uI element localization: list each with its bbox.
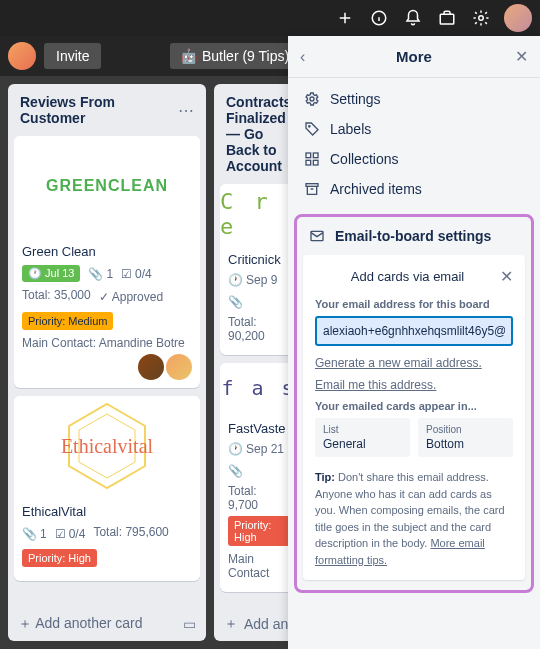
brand-logo: f a s [221, 376, 296, 400]
dest-value: General [323, 437, 402, 451]
card-green-clean[interactable]: GREENCLEAN Green Clean 🕐 Jul 13 📎 1 ☑ 0/… [14, 136, 200, 388]
member-avatar[interactable] [138, 354, 164, 380]
list-title[interactable]: Reviews From Customer [20, 94, 178, 126]
list-title[interactable]: Contracts Finalized — Go Back to Account [226, 94, 292, 174]
attachment-badge: 📎 1 [88, 267, 113, 281]
member-avatar[interactable] [166, 354, 192, 380]
template-icon[interactable]: ▭ [183, 616, 196, 632]
butler-button[interactable]: 🤖 Butler (9 Tips) [170, 43, 299, 69]
dest-label: Position [426, 424, 505, 435]
email-address-input[interactable] [315, 316, 513, 346]
bell-icon[interactable] [398, 3, 428, 33]
highlighted-section: Email-to-board settings Add cards via em… [294, 214, 534, 593]
email-settings-panel: Add cards via email ✕ Your email address… [303, 255, 525, 580]
card-title: Criticnick [228, 252, 290, 267]
dest-value: Bottom [426, 437, 505, 451]
svg-rect-9 [306, 160, 311, 165]
menu-label: Archived items [330, 181, 422, 197]
priority-badge: Priority: Medium [22, 312, 113, 330]
due-badge: 🕐 Sep 21 [228, 442, 284, 456]
briefcase-icon[interactable] [432, 3, 462, 33]
menu-settings[interactable]: Settings [288, 84, 540, 114]
menu-email-to-board[interactable]: Email-to-board settings [303, 221, 525, 251]
total-text: Total: 795,600 [93, 525, 168, 539]
menu-archived[interactable]: Archived items [288, 174, 540, 204]
invite-button[interactable]: Invite [44, 43, 101, 69]
brand-logo: C r e [220, 189, 298, 239]
menu-collections[interactable]: Collections [288, 144, 540, 174]
brand-logo: GREENCLEAN [46, 177, 168, 195]
user-avatar[interactable] [504, 4, 532, 32]
info-icon[interactable] [364, 3, 394, 33]
svg-rect-7 [306, 153, 311, 158]
card-ethicalvital[interactable]: Ethicalvital EthicalVital 📎 1 ☑ 0/4 Tota… [14, 396, 200, 581]
total-text: Total: 9,700 [228, 484, 290, 512]
more-panel: ‹ More ✕ Settings Labels Collections Arc… [288, 36, 540, 649]
back-icon[interactable]: ‹ [300, 48, 305, 66]
add-card-label: Add another card [35, 615, 142, 631]
settings-icon[interactable] [466, 3, 496, 33]
butler-label: Butler (9 Tips) [202, 48, 289, 64]
panel-title: More [396, 48, 432, 65]
close-icon[interactable]: ✕ [500, 267, 513, 286]
total-text: Total: 35,000 [22, 288, 91, 302]
add-card-button[interactable]: ＋ Add another card ▭ [8, 607, 206, 641]
svg-point-2 [479, 16, 484, 21]
card-fastvaste[interactable]: f a s FastVaste 🕐 Sep 21📎 Total: 9,700 P… [220, 363, 298, 592]
close-icon[interactable]: ✕ [515, 47, 528, 66]
due-badge: 🕐 Jul 13 [22, 265, 80, 282]
contact-text: Main Contact: Amandine Botre [22, 336, 192, 350]
menu-label: Email-to-board settings [335, 228, 491, 244]
checklist-badge: ☑ 0/4 [121, 267, 152, 281]
card-criticnick[interactable]: C r e Criticnick 🕐 Sep 9📎 Total: 90,200 [220, 184, 298, 355]
email-address-label: Your email address for this board [315, 298, 513, 310]
list-reviews: Reviews From Customer ⋯ GREENCLEAN Green… [8, 84, 206, 641]
attachment-badge: 📎 [228, 295, 243, 309]
due-badge: 🕐 Sep 9 [228, 273, 277, 287]
priority-badge: Priority: High [228, 516, 290, 546]
card-title: FastVaste [228, 421, 290, 436]
svg-rect-8 [313, 153, 318, 158]
svg-rect-11 [306, 184, 318, 187]
contact-text: Main Contact [228, 552, 290, 580]
menu-label: Collections [330, 151, 398, 167]
menu-label: Labels [330, 121, 371, 137]
brand-logo: Ethicalvital [61, 435, 153, 458]
svg-rect-10 [313, 160, 318, 165]
dest-label: List [323, 424, 402, 435]
priority-badge: Priority: High [22, 549, 97, 567]
checklist-badge: ☑ 0/4 [55, 527, 86, 541]
card-title: Green Clean [22, 244, 192, 259]
email-panel-title: Add cards via email [351, 269, 464, 284]
menu-label: Settings [330, 91, 381, 107]
email-me-link[interactable]: Email me this address. [315, 378, 513, 392]
svg-point-5 [310, 97, 314, 101]
menu-labels[interactable]: Labels [288, 114, 540, 144]
position-selector[interactable]: Position Bottom [418, 418, 513, 457]
member-avatar[interactable] [8, 42, 36, 70]
tip-text: Tip: Don't share this email address. Any… [315, 469, 513, 568]
attachment-badge: 📎 1 [22, 527, 47, 541]
destination-label: Your emailed cards appear in... [315, 400, 513, 412]
svg-rect-1 [440, 14, 454, 24]
svg-point-6 [309, 126, 310, 127]
approved-badge: ✓ Approved [99, 290, 163, 304]
list-menu-icon[interactable]: ⋯ [178, 101, 194, 120]
card-title: EthicalVital [22, 504, 192, 519]
butler-icon: 🤖 [180, 48, 197, 64]
generate-email-link[interactable]: Generate a new email address. [315, 356, 513, 370]
list-selector[interactable]: List General [315, 418, 410, 457]
total-text: Total: 90,200 [228, 315, 290, 343]
create-icon[interactable] [330, 3, 360, 33]
